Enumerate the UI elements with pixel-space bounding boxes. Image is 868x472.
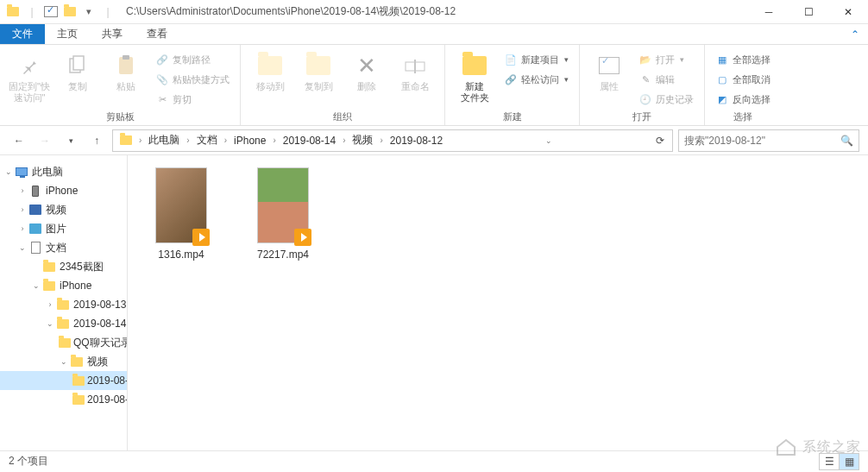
open-button[interactable]: 📂打开▾ <box>635 50 697 69</box>
selectall-button[interactable]: ▦全部选择 <box>712 50 774 69</box>
pin-button[interactable]: 固定到"快 速访问" <box>7 48 52 104</box>
nav-tree: ⌄此电脑 ›iPhone ›视频 ›图片 ⌄文档 2345截图 ⌄iPhone … <box>0 155 128 450</box>
close-button[interactable]: ✕ <box>828 0 868 24</box>
qat-folder-icon[interactable] <box>3 3 22 22</box>
copypath-button[interactable]: 🔗复制路径 <box>152 50 233 69</box>
tree-pictures[interactable]: ›图片 <box>0 219 127 238</box>
breadcrumb-documents[interactable]: 文档 <box>192 131 223 150</box>
copyto-button[interactable]: 复制到 <box>296 48 341 92</box>
group-new-label: 新建 <box>452 109 572 123</box>
delete-button[interactable]: ✕ 删除 <box>344 48 389 92</box>
moveto-button[interactable]: 移动到 <box>248 48 292 92</box>
address-bar[interactable]: › 此电脑 › 文档 › iPhone › 2019-08-14 › 视频 › … <box>112 129 673 152</box>
tree-0812b[interactable]: 2019-08-1 <box>0 390 127 409</box>
selectnone-button[interactable]: ▢全部取消 <box>712 70 774 89</box>
edit-button[interactable]: ✎编辑 <box>635 70 697 89</box>
tree-video-folder[interactable]: ⌄视频 <box>0 352 127 371</box>
edit-icon: ✎ <box>638 72 652 86</box>
tree-0813[interactable]: ›2019-08-13 <box>0 295 127 314</box>
svg-rect-1 <box>73 56 84 70</box>
back-button[interactable]: ← <box>9 130 29 151</box>
copy-icon <box>64 52 91 79</box>
folder-icon <box>41 260 57 274</box>
address-dropdown-icon[interactable]: ⌄ <box>542 136 556 145</box>
rename-icon <box>401 52 429 79</box>
chevron-right-icon[interactable]: › <box>223 135 229 145</box>
newfolder-button[interactable]: 新建 文件夹 <box>452 48 497 104</box>
minimize-button[interactable]: ─ <box>749 0 789 24</box>
breadcrumb-iphone[interactable]: iPhone <box>229 131 271 150</box>
file-item-72217[interactable]: 72217.mp4 <box>245 167 321 261</box>
ribbon-collapse-icon[interactable]: ⌃ <box>842 24 868 44</box>
breadcrumb-video[interactable]: 视频 <box>347 131 378 150</box>
tree-thispc[interactable]: ⌄此电脑 <box>0 162 127 181</box>
tree-documents[interactable]: ⌄文档 <box>0 238 127 257</box>
invertsel-button[interactable]: ◩反向选择 <box>712 90 774 109</box>
tree-videos[interactable]: ›视频 <box>0 200 127 219</box>
group-select-label: 选择 <box>712 109 774 123</box>
monitor-icon <box>14 165 29 179</box>
folder-icon <box>55 317 71 330</box>
easyaccess-button[interactable]: 🔗轻松访问▾ <box>500 70 572 89</box>
addr-root-icon[interactable] <box>115 131 137 150</box>
search-icon[interactable]: 🔍 <box>840 135 853 147</box>
breadcrumb-thispc[interactable]: 此电脑 <box>143 131 185 150</box>
breadcrumb-0812[interactable]: 2019-08-12 <box>385 131 448 150</box>
qat-properties-icon[interactable] <box>41 3 60 22</box>
delete-icon: ✕ <box>353 52 381 79</box>
chevron-right-icon[interactable]: › <box>271 135 277 145</box>
maximize-button[interactable]: ☐ <box>789 0 828 24</box>
group-open-label: 打开 <box>587 109 697 123</box>
forward-button[interactable]: → <box>35 130 55 151</box>
qat-dropdown-icon[interactable]: ▾ <box>79 3 98 22</box>
group-clipboard-label: 剪贴板 <box>7 109 233 123</box>
chevron-right-icon[interactable]: › <box>137 135 143 145</box>
invertsel-icon: ◩ <box>715 92 729 106</box>
tree-iphone-device[interactable]: ›iPhone <box>0 181 127 200</box>
tree-2345[interactable]: 2345截图 <box>0 257 127 276</box>
status-bar: 2 个项目 ☰ ▦ <box>0 450 868 471</box>
videos-icon <box>28 203 43 217</box>
file-list[interactable]: 1316.mp4 72217.mp4 <box>128 155 868 450</box>
paste-button[interactable]: 粘贴 <box>104 48 148 92</box>
play-badge-icon <box>192 229 210 246</box>
search-input[interactable] <box>684 135 840 147</box>
pasteshortcut-button[interactable]: 📎粘贴快捷方式 <box>152 70 233 89</box>
newitem-button[interactable]: 📄新建项目▾ <box>500 50 572 69</box>
tab-view[interactable]: 查看 <box>135 24 179 44</box>
view-thumbnails-button[interactable]: ▦ <box>839 453 859 470</box>
recent-dropdown[interactable]: ▾ <box>60 130 81 151</box>
item-count: 2 个项目 <box>9 454 48 469</box>
pictures-icon <box>28 222 43 236</box>
properties-button[interactable]: 属性 <box>587 48 632 92</box>
video-thumbnail <box>155 167 207 243</box>
chevron-right-icon[interactable]: › <box>185 135 191 145</box>
history-button[interactable]: 🕘历史记录 <box>635 90 697 109</box>
tab-home[interactable]: 主页 <box>45 24 90 44</box>
up-button[interactable]: ↑ <box>86 130 107 151</box>
chevron-right-icon[interactable]: › <box>378 135 384 145</box>
selectall-icon: ▦ <box>715 53 729 66</box>
tree-0812-selected[interactable]: 2019-08-1 <box>0 371 127 390</box>
tab-file[interactable]: 文件 <box>0 24 45 44</box>
tab-share[interactable]: 共享 <box>90 24 135 44</box>
file-item-1316[interactable]: 1316.mp4 <box>143 167 219 261</box>
group-organize-label: 组织 <box>248 109 437 123</box>
phone-icon <box>28 184 43 198</box>
copy-button[interactable]: 复制 <box>55 48 100 92</box>
tree-iphone-folder[interactable]: ⌄iPhone <box>0 276 127 295</box>
rename-button[interactable]: 重命名 <box>393 48 437 92</box>
breadcrumb-0814[interactable]: 2019-08-14 <box>278 131 341 150</box>
refresh-button[interactable]: ⟳ <box>650 135 670 147</box>
folder-icon <box>72 393 85 406</box>
cut-button[interactable]: ✂剪切 <box>152 90 233 109</box>
search-box[interactable]: 🔍 <box>678 129 859 152</box>
view-details-button[interactable]: ☰ <box>819 453 840 470</box>
tree-qq[interactable]: QQ聊天记录 <box>0 333 127 352</box>
titlebar: | ▾ | C:\Users\Administrator\Documents\i… <box>0 0 868 24</box>
window-title: C:\Users\Administrator\Documents\iPhone\… <box>121 4 749 19</box>
qat-folder2-icon[interactable] <box>60 3 79 22</box>
chevron-right-icon[interactable]: › <box>341 135 347 145</box>
tree-0814[interactable]: ⌄2019-08-14 <box>0 314 127 333</box>
shortcut-icon: 📎 <box>155 72 169 86</box>
